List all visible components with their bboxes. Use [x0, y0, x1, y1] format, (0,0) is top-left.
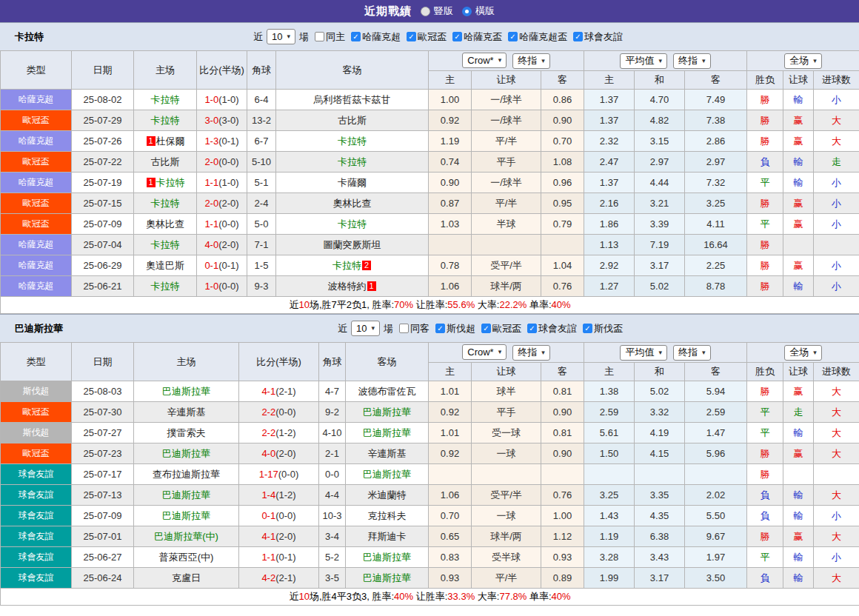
corner-score: 5-0 [247, 214, 276, 235]
odds-home: 1.03 [429, 214, 472, 235]
halftime-score: (0-1) [275, 552, 295, 563]
league-filter-checkbox[interactable]: ✓ [573, 32, 583, 41]
league-filter-checkbox[interactable]: ✓ [407, 32, 416, 41]
league-filter-checkbox[interactable]: ✓ [481, 324, 491, 333]
summary-segment: 55.6% [447, 299, 475, 310]
league-filter-checkbox[interactable]: ✓ [508, 32, 518, 41]
summary-segment: 场,胜7平2负1, 胜率: [310, 299, 394, 310]
matches-table: 类型日期主场比分(半场)角球客场Crow*▾终指▾平均值▾终指▾全场▾主让球客主… [0, 342, 859, 606]
home-team: 查布拉迪斯拉華 [134, 464, 239, 485]
league-badge: 球會友誼 [1, 547, 72, 568]
radio-unchecked-icon[interactable] [421, 7, 430, 16]
fulltime-score: 4-0 [204, 239, 218, 250]
summary-segment: 10 [298, 299, 309, 310]
avg-source-select[interactable]: 平均值▾ [620, 53, 667, 69]
avg-home: 2.16 [584, 193, 635, 214]
avg-away: 2.25 [685, 255, 747, 276]
home-team: 卡拉特 [134, 193, 197, 214]
result-goals: 走 [814, 152, 859, 173]
handicap-line: 一/球半 [472, 110, 541, 131]
league-filter-checkbox[interactable]: ✓ [435, 324, 445, 333]
summary-row: 近10场,胜4平3负3, 胜率:40% 让胜率:33.3% 大率:77.8% 单… [1, 589, 859, 606]
odds-time-select[interactable]: 终指▾ [512, 345, 550, 361]
league-filter-label: 哈薩克盃 [464, 30, 502, 44]
odds-home: 0.83 [429, 547, 472, 568]
odds-source-select[interactable]: Crow*▾ [462, 53, 507, 68]
radio-checked-icon[interactable] [462, 7, 472, 16]
avg-away [685, 464, 747, 485]
odds-source-select-value: Crow* [467, 55, 493, 66]
league-filter-checkbox[interactable]: ✓ [452, 32, 462, 41]
result-handicap: 輸 [783, 485, 814, 506]
result-handicap: 赢 [783, 443, 814, 464]
fulltime-score: 2-0 [204, 156, 218, 167]
avg-away: 9.67 [685, 526, 747, 547]
match-score: 1-3(0-1) [197, 131, 247, 152]
same-venue-checkbox[interactable] [315, 32, 324, 41]
games-count-select-value: 10 [272, 31, 282, 42]
corner-score: 3-4 [319, 526, 346, 547]
fulltime-score: 0-1 [204, 260, 218, 271]
scope-select-value: 全场 [789, 54, 809, 67]
fulltime-score: 1-0 [204, 281, 218, 292]
handicap-line: 平手 [472, 402, 541, 423]
odds-home [429, 235, 472, 255]
topbar: 近期戰績 豎版 橫版 [0, 0, 859, 22]
league-filter-checkbox[interactable]: ✓ [527, 324, 537, 333]
chevron-down-icon: ▾ [498, 349, 502, 355]
match-score: 3-0(3-0) [197, 110, 247, 131]
result-handicap: 輸 [783, 152, 814, 173]
col-header: 类型 [1, 343, 72, 381]
league-filter-checkbox[interactable]: ✓ [583, 324, 592, 333]
chevron-down-icon: ▾ [498, 57, 502, 64]
odds-home: 0.65 [429, 526, 472, 547]
radio-horizontal-layout[interactable]: 橫版 [462, 4, 495, 18]
avg-home: 3.25 [584, 485, 635, 506]
scope-select[interactable]: 全场▾ [784, 53, 822, 69]
result-goals: 大 [814, 485, 859, 506]
avg-home: 1.27 [584, 276, 635, 297]
home-team: 1卡拉特 [134, 173, 197, 193]
match-date: 25-07-13 [72, 485, 134, 506]
avg-source-select[interactable]: 平均值▾ [620, 345, 667, 361]
sub-col-header: 和 [635, 363, 685, 381]
radio-vertical-label: 豎版 [434, 4, 453, 18]
section-0: 卡拉特近10▾場同主✓哈薩克超✓歐冠盃✓哈薩克盃✓哈薩克超盃✓球會友誼类型日期主… [0, 22, 859, 314]
section-header: 卡拉特近10▾場同主✓哈薩克超✓歐冠盃✓哈薩克盃✓哈薩克超盃✓球會友誼 [0, 22, 859, 50]
sub-col-header: 让球 [472, 363, 541, 381]
match-row: 哈薩克超25-06-21卡拉特1-0(0-0)9-3波格特約11.06球半/两0… [1, 276, 859, 297]
handicap-line: 球半/两 [472, 526, 541, 547]
result-outcome: 負 [747, 568, 783, 589]
avg-away: 2.97 [685, 152, 747, 173]
avg-draw: 5.02 [635, 276, 685, 297]
match-score: 1-4(1-2) [239, 485, 319, 506]
odds-away: 0.90 [541, 110, 584, 131]
corner-score: 5-10 [247, 152, 276, 173]
games-count-select[interactable]: 10▾ [267, 29, 295, 44]
odds-away: 1.04 [541, 255, 584, 276]
match-date: 25-07-15 [72, 193, 134, 214]
away-team: 奧林比查 [276, 193, 429, 214]
odds-source-select[interactable]: Crow*▾ [462, 344, 507, 360]
corner-score: 4-10 [319, 423, 346, 443]
result-goals: 大 [814, 568, 859, 589]
scope-select[interactable]: 全场▾ [784, 345, 822, 361]
avg-home: 1.50 [584, 443, 635, 464]
games-count-select[interactable]: 10▾ [351, 321, 380, 336]
avg-draw: 3.32 [635, 402, 685, 423]
result-handicap: 赢 [783, 381, 814, 402]
league-filter-checkbox[interactable]: ✓ [351, 32, 361, 41]
odds-time-select[interactable]: 终指▾ [512, 53, 550, 69]
radio-vertical-layout[interactable]: 豎版 [421, 4, 453, 18]
corner-score: 6-7 [247, 131, 276, 152]
odds-away: 0.89 [541, 568, 584, 589]
avg-time-select[interactable]: 终指▾ [673, 345, 711, 361]
avg-time-select[interactable]: 终指▾ [673, 53, 711, 69]
sub-col-header: 客 [685, 363, 747, 381]
handicap-line: 平手 [472, 152, 541, 173]
odds-home [429, 464, 472, 485]
team-name: 卡薩爾 [338, 177, 367, 188]
same-venue-checkbox[interactable] [399, 324, 409, 333]
odds-home: 1.00 [429, 90, 472, 110]
team-name: 卡拉特 [151, 281, 180, 292]
